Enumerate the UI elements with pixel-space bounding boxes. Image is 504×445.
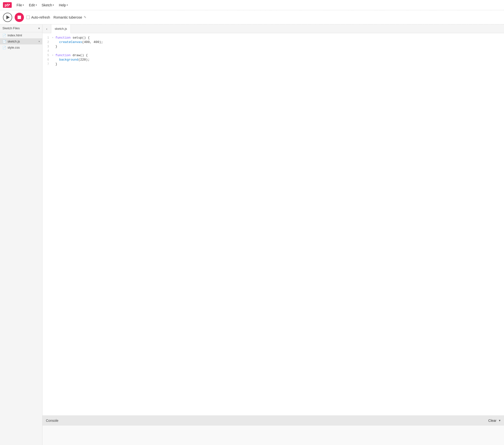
editor-tab-sketch[interactable]: sketch.js bbox=[51, 24, 71, 33]
sidebar-header: Sketch Files ▾ bbox=[0, 24, 42, 32]
main: Sketch Files ▾ 📄 index.html 📄 sketch.js … bbox=[0, 24, 504, 445]
editor-tabs: ‹ sketch.js bbox=[42, 24, 504, 33]
fold-5[interactable]: ▾ bbox=[51, 53, 54, 58]
sidebar-chevron[interactable]: ▾ bbox=[38, 27, 40, 30]
line-number-4: 4 bbox=[42, 49, 51, 53]
console-chevron-icon[interactable]: ▾ bbox=[499, 419, 501, 422]
file-item-style[interactable]: 📄 style.css bbox=[0, 44, 42, 51]
play-button[interactable] bbox=[3, 13, 12, 22]
stop-button[interactable] bbox=[15, 13, 24, 22]
content-row: Sketch Files ▾ 📄 index.html 📄 sketch.js … bbox=[0, 24, 504, 445]
file-item-index[interactable]: 📄 index.html bbox=[0, 32, 42, 38]
auto-refresh-label[interactable]: Auto-refresh bbox=[26, 15, 50, 19]
file-icon-style: 📄 bbox=[2, 46, 6, 49]
p5-logo: p5* bbox=[3, 2, 12, 8]
code-line-4: 4 bbox=[42, 49, 504, 53]
console-area: Console Clear ▾ bbox=[42, 415, 504, 445]
menu-sketch[interactable]: Sketch ▾ bbox=[40, 2, 56, 8]
code-content-6: background(220); bbox=[54, 58, 90, 62]
code-line-2: 2 createCanvas(400, 400); bbox=[42, 40, 504, 44]
console-label: Console bbox=[46, 419, 58, 423]
collapse-button[interactable]: ‹ bbox=[42, 24, 51, 33]
menu-file-label: File bbox=[17, 3, 22, 7]
sketch-name: Romantic tuberose ✎ bbox=[54, 15, 86, 19]
sidebar-title: Sketch Files bbox=[2, 26, 20, 30]
sketch-name-text: Romantic tuberose bbox=[54, 15, 82, 19]
file-item-sketch[interactable]: 📄 sketch.js ▾ bbox=[0, 38, 42, 44]
menu-help-caret: ▾ bbox=[67, 4, 68, 6]
menu-sketch-caret: ▾ bbox=[53, 4, 54, 6]
file-icon-index: 📄 bbox=[2, 34, 6, 37]
menu-file-caret: ▾ bbox=[23, 4, 24, 6]
code-line-1: 1 ▾ function setup() { bbox=[42, 36, 504, 40]
file-name-sketch: sketch.js bbox=[8, 39, 37, 43]
console-header: Console Clear ▾ bbox=[42, 416, 504, 426]
edit-icon[interactable]: ✎ bbox=[84, 15, 86, 19]
line-number-2: 2 bbox=[42, 40, 51, 44]
code-content-5: function draw() { bbox=[54, 53, 88, 58]
file-icon-sketch: 📄 bbox=[2, 40, 6, 43]
menu-file[interactable]: File ▾ bbox=[15, 2, 26, 8]
code-content-3: } bbox=[54, 44, 57, 49]
line-number-1: 1 bbox=[42, 36, 51, 40]
menu-help-label: Help bbox=[59, 3, 66, 7]
sidebar: Sketch Files ▾ 📄 index.html 📄 sketch.js … bbox=[0, 24, 42, 445]
menu-help[interactable]: Help ▾ bbox=[57, 2, 70, 8]
console-controls: Clear ▾ bbox=[487, 418, 501, 423]
code-content-7: } bbox=[54, 62, 57, 66]
menu-edit-caret: ▾ bbox=[36, 4, 37, 6]
menu-edit-label: Edit bbox=[29, 3, 35, 7]
toolbar: Auto-refresh Romantic tuberose ✎ bbox=[0, 10, 504, 24]
line-number-5: 5 bbox=[42, 53, 51, 58]
code-content-2: createCanvas(400, 400); bbox=[54, 40, 103, 44]
editor-area: ‹ sketch.js 1 ▾ function setup() { 2 cre… bbox=[42, 24, 504, 445]
code-line-5: 5 ▾ function draw() { bbox=[42, 53, 504, 58]
line-number-3: 3 bbox=[42, 44, 51, 49]
menu-bar: p5* File ▾ Edit ▾ Sketch ▾ Help ▾ bbox=[0, 0, 504, 10]
file-name-style: style.css bbox=[8, 46, 40, 49]
code-editor[interactable]: 1 ▾ function setup() { 2 createCanvas(40… bbox=[42, 33, 504, 415]
code-line-3: 3 } bbox=[42, 44, 504, 49]
code-line-7: 7 } bbox=[42, 62, 504, 66]
auto-refresh-checkbox[interactable] bbox=[26, 16, 30, 19]
menu-sketch-label: Sketch bbox=[42, 3, 52, 7]
fold-1[interactable]: ▾ bbox=[51, 36, 54, 40]
code-content-1: function setup() { bbox=[54, 36, 90, 40]
clear-button[interactable]: Clear bbox=[487, 418, 497, 423]
file-name-index: index.html bbox=[8, 34, 40, 37]
auto-refresh-text: Auto-refresh bbox=[31, 15, 50, 19]
code-line-6: 6 background(220); bbox=[42, 58, 504, 62]
file-caret-sketch: ▾ bbox=[38, 40, 40, 43]
line-number-7: 7 bbox=[42, 62, 51, 66]
line-number-6: 6 bbox=[42, 58, 51, 62]
console-body bbox=[42, 426, 504, 445]
menu-edit[interactable]: Edit ▾ bbox=[27, 2, 38, 8]
